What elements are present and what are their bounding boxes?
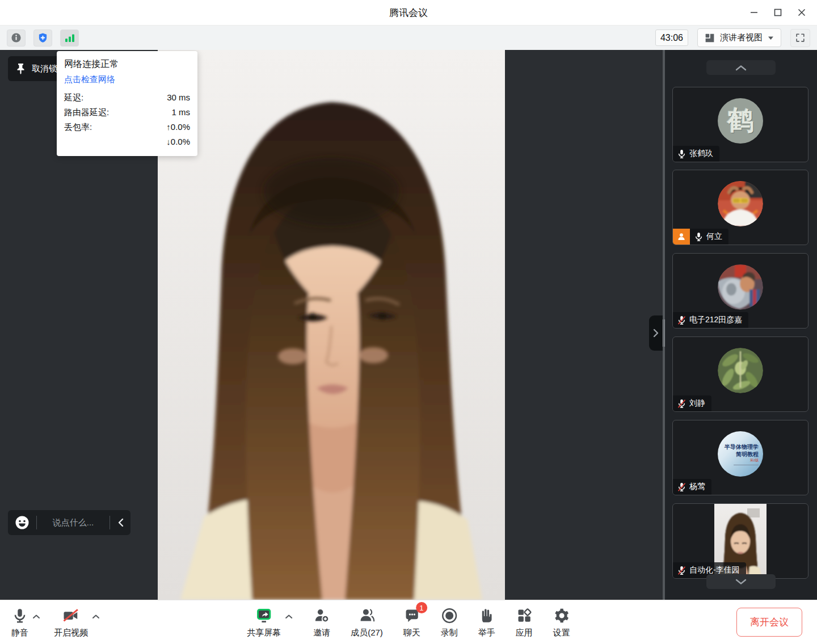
- divider: [36, 516, 37, 529]
- person-icon: [677, 232, 686, 241]
- participant-name-tag: 何立: [690, 229, 728, 245]
- mic-on-icon: [677, 149, 686, 159]
- pin-icon: [16, 63, 26, 74]
- raise-hand-icon: [479, 607, 495, 624]
- microphone-icon: [11, 607, 28, 624]
- apps-grid-icon: [516, 607, 533, 624]
- maximize-button[interactable]: [766, 3, 790, 22]
- host-badge: [673, 229, 690, 245]
- participant-name-tag: 杨莺: [673, 479, 711, 495]
- participant-tile[interactable]: 自动化-李佳园: [672, 503, 808, 579]
- title-bar: 腾讯会议: [0, 0, 817, 25]
- raise-hand-button[interactable]: 举手: [478, 607, 495, 638]
- scroll-up-button[interactable]: [706, 60, 776, 75]
- chat-button[interactable]: 1 聊天: [403, 607, 420, 638]
- video-stage: 取消锁定 网络连接正常 点击检查网络 延迟: 30 ms 路由器延迟: 1 ms…: [0, 50, 663, 600]
- main-area: 取消锁定 网络连接正常 点击检查网络 延迟: 30 ms 路由器延迟: 1 ms…: [0, 50, 817, 600]
- chevron-down-icon: [735, 579, 747, 585]
- members-icon: [358, 607, 376, 624]
- avatar: [718, 264, 763, 310]
- meeting-info-button[interactable]: [7, 30, 26, 47]
- divider: [110, 516, 110, 529]
- avatar: [718, 181, 763, 226]
- leave-meeting-button[interactable]: 离开会议: [736, 608, 802, 637]
- participant-tile[interactable]: 何立: [672, 170, 808, 245]
- chevron-right-icon: [652, 329, 659, 338]
- close-icon: [797, 7, 807, 18]
- toolbar-left-group: 静音 开启视频: [11, 600, 100, 644]
- record-button[interactable]: 录制: [441, 607, 458, 638]
- maximize-icon: [773, 7, 783, 18]
- top-toolbar: 43:06 演讲者视图: [0, 25, 817, 50]
- quick-chat-input[interactable]: 说点什么...: [44, 517, 103, 528]
- participant-tile[interactable]: 鹤 张鹤玖: [672, 87, 808, 162]
- packet-loss-row: 丢包率: ↑0.0%: [64, 120, 190, 134]
- minimize-button[interactable]: [742, 3, 766, 22]
- camera-off-icon: [62, 607, 80, 624]
- speaker-video-frame: [158, 50, 505, 600]
- quick-chat-bar: 说点什么...: [8, 510, 130, 535]
- close-button[interactable]: [790, 3, 814, 22]
- participant-tile[interactable]: 电子212田彦嘉: [672, 253, 808, 329]
- members-button[interactable]: 成员(27): [351, 607, 383, 638]
- mic-muted-icon: [677, 566, 686, 575]
- record-icon: [441, 607, 458, 624]
- participant-tile[interactable]: 刘静: [672, 336, 808, 412]
- network-signal-icon: [64, 33, 75, 43]
- network-tooltip: 网络连接正常 点击检查网络 延迟: 30 ms 路由器延迟: 1 ms 丢包率:…: [57, 51, 197, 156]
- mic-options-chevron[interactable]: [32, 614, 40, 619]
- sidebar-resize-grip[interactable]: [663, 319, 665, 347]
- fullscreen-icon: [795, 32, 806, 43]
- participant-name-tag: 张鹤玖: [673, 146, 719, 162]
- mute-button[interactable]: 静音: [11, 607, 28, 638]
- avatar-book-cover: 半导体物理学 简明教程 第2版: [718, 431, 763, 477]
- gear-icon: [553, 607, 570, 624]
- avatar: 鹤: [718, 98, 763, 144]
- security-button[interactable]: [33, 30, 52, 47]
- view-mode-label: 演讲者视图: [720, 32, 763, 43]
- router-latency-row: 路由器延迟: 1 ms: [64, 105, 190, 120]
- topbar-right-group: 43:06 演讲者视图: [655, 28, 810, 47]
- mic-muted-icon: [677, 399, 686, 409]
- network-status-button[interactable]: [60, 30, 79, 47]
- window-controls: [742, 0, 814, 25]
- participants-sidebar: 鹤 张鹤玖: [663, 50, 817, 600]
- check-network-link[interactable]: 点击检查网络: [64, 74, 190, 85]
- participant-name-tag: 电子212田彦嘉: [673, 312, 748, 328]
- collapse-left-icon[interactable]: [117, 518, 125, 527]
- mic-muted-icon: [677, 315, 686, 325]
- speaker-video: [158, 50, 505, 600]
- packet-loss-row-2: ↓0.0%: [64, 134, 190, 149]
- mic-muted-icon: [677, 482, 686, 492]
- participant-tile[interactable]: 半导体物理学 简明教程 第2版 杨莺: [672, 420, 808, 495]
- view-mode-button[interactable]: 演讲者视图: [697, 28, 781, 47]
- participant-name-tag: 刘静: [673, 395, 711, 411]
- network-status-title: 网络连接正常: [64, 58, 190, 70]
- settings-button[interactable]: 设置: [553, 607, 570, 638]
- toolbar-center-group: 共享屏幕 邀请: [247, 600, 570, 644]
- invite-person-icon: [313, 607, 330, 624]
- share-options-chevron[interactable]: [285, 614, 293, 619]
- share-screen-icon: [255, 607, 273, 624]
- emoji-icon[interactable]: [15, 515, 30, 530]
- sidebar-collapse-handle[interactable]: [649, 315, 663, 351]
- shield-plus-icon: [37, 32, 48, 43]
- minimize-icon: [749, 7, 759, 18]
- avatar: [718, 348, 763, 393]
- scroll-down-button[interactable]: [706, 574, 776, 589]
- layout-icon: [705, 33, 715, 43]
- mic-on-icon: [694, 232, 703, 242]
- app-title: 腾讯会议: [389, 6, 428, 19]
- info-icon: [11, 32, 22, 43]
- video-options-chevron[interactable]: [92, 614, 100, 619]
- fullscreen-button[interactable]: [790, 29, 810, 47]
- meeting-timer: 43:06: [655, 30, 688, 46]
- chevron-up-icon: [735, 65, 747, 71]
- chat-unread-badge: 1: [416, 602, 427, 613]
- apps-button[interactable]: 应用: [516, 607, 533, 638]
- share-screen-button[interactable]: 共享屏幕: [247, 607, 281, 638]
- invite-button[interactable]: 邀请: [313, 607, 330, 638]
- start-video-button[interactable]: 开启视频: [54, 607, 88, 638]
- bottom-toolbar: 静音 开启视频: [0, 600, 817, 644]
- dropdown-arrow-icon: [768, 36, 774, 40]
